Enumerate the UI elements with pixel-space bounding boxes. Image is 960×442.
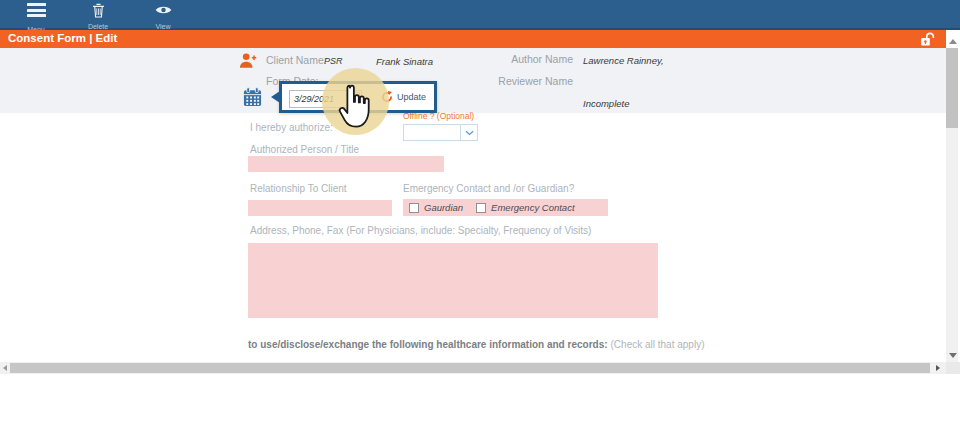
- emergency-contact-checkbox[interactable]: [476, 203, 486, 213]
- authorized-person-label: Authorized Person / Title: [250, 144, 359, 155]
- client-code-value: PSR: [324, 56, 343, 66]
- relationship-input[interactable]: [248, 200, 392, 216]
- author-name-label: Author Name: [478, 53, 573, 65]
- disclosure-statement: to use/disclose/exchange the following h…: [248, 339, 704, 350]
- popup-pointer: [271, 91, 280, 103]
- client-name-label: Client Name:: [266, 54, 327, 66]
- menu-button[interactable]: Menu: [14, 3, 58, 33]
- app-window: Menu Delete View Consent Form | Edit: [0, 0, 960, 442]
- author-name-value: Lawrence Rainney,: [583, 55, 664, 66]
- calendar-icon[interactable]: [243, 87, 262, 107]
- guardian-checkbox-label: Gaurdian: [424, 202, 463, 213]
- scrollbar-corner: [946, 362, 960, 374]
- delete-button[interactable]: Delete: [76, 3, 120, 30]
- authorize-label: I hereby authorize:: [250, 122, 333, 133]
- scroll-right-arrow[interactable]: [936, 365, 940, 371]
- view-button[interactable]: View: [141, 3, 185, 30]
- view-button-label: View: [141, 23, 185, 30]
- unlock-icon[interactable]: [920, 32, 936, 47]
- hand-cursor-icon: [338, 84, 371, 130]
- app-toolbar: Menu Delete View: [0, 0, 960, 30]
- hamburger-icon: [27, 3, 46, 20]
- disclosure-note: (Check all that apply): [611, 339, 705, 350]
- client-name-value: Frank Sinatra: [376, 56, 433, 67]
- scroll-down-arrow[interactable]: [949, 353, 957, 358]
- trash-icon: [91, 3, 106, 18]
- status-badge: Incomplete: [583, 98, 629, 109]
- authorized-person-input[interactable]: [248, 156, 444, 172]
- reviewer-name-label: Reviewer Name: [478, 75, 573, 87]
- vertical-scrollbar-thumb[interactable]: [946, 48, 958, 128]
- scroll-left-arrow[interactable]: [3, 365, 7, 371]
- update-button-label: Update: [397, 92, 426, 102]
- emergency-contact-checkbox-label: Emergency Contact: [491, 202, 574, 213]
- delete-button-label: Delete: [76, 23, 120, 30]
- address-textarea[interactable]: [248, 243, 658, 318]
- eye-icon: [155, 3, 172, 17]
- authorize-select[interactable]: [403, 124, 478, 141]
- chevron-down-icon: [460, 125, 477, 140]
- client-person-icon: [239, 52, 257, 70]
- emergency-question-label: Emergency Contact and /or Guardian?: [403, 183, 574, 194]
- relationship-label: Relationship To Client: [250, 183, 347, 194]
- guardian-checkbox[interactable]: [409, 203, 419, 213]
- title-bar: Consent Form | Edit: [0, 30, 946, 48]
- horizontal-scrollbar-thumb[interactable]: [10, 363, 930, 373]
- disclosure-statement-bold: to use/disclose/exchange the following h…: [248, 339, 608, 350]
- address-label: Address, Phone, Fax (For Physicians, inc…: [250, 225, 591, 236]
- form-header-band: [0, 48, 946, 113]
- guardian-emergency-group: Gaurdian Emergency Contact: [403, 199, 608, 216]
- page-title: Consent Form | Edit: [8, 32, 117, 44]
- scroll-up-arrow[interactable]: [949, 39, 957, 44]
